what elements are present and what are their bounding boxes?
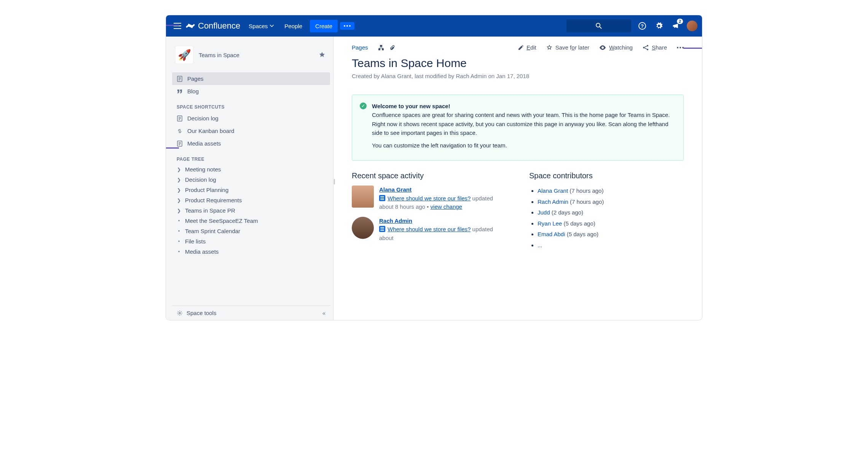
share-button[interactable]: Share [643, 44, 667, 51]
view-change-link[interactable]: view change [431, 203, 462, 210]
child-pages-button[interactable] [378, 45, 395, 51]
tree-item[interactable]: ❯Product Requirements [172, 195, 330, 205]
svg-point-13 [643, 47, 645, 48]
space-header: 🚀 Teams in Space [172, 43, 330, 67]
svg-rect-10 [380, 45, 382, 47]
sidebar-pages[interactable]: Pages [172, 72, 330, 85]
page-icon [379, 226, 385, 232]
app-switcher-button[interactable] [171, 20, 184, 32]
app-window: Confluence Spaces People Create ? 2 [166, 15, 702, 320]
tree-item[interactable]: •File lists [172, 236, 330, 246]
welcome-panel: ✓ Welcome to your new space!Confluence s… [352, 94, 684, 161]
eye-icon [599, 45, 606, 50]
shortcut-item[interactable]: Media assets [172, 137, 330, 150]
create-button[interactable]: Create [310, 20, 338, 32]
confluence-icon [186, 21, 195, 30]
page-byline: Created by Alana Grant, last modified by… [352, 73, 684, 79]
create-more-button[interactable] [340, 22, 354, 30]
svg-point-15 [647, 49, 648, 50]
global-header: Confluence Spaces People Create ? 2 [166, 15, 702, 37]
contributor-link[interactable]: Ryan Lee [538, 220, 562, 227]
search-input[interactable] [566, 19, 631, 32]
svg-point-1 [346, 25, 348, 27]
gear-icon [655, 22, 663, 30]
tree-item[interactable]: •Meet the SeeSpaceEZ Team [172, 216, 330, 226]
space-logo[interactable]: 🚀 [175, 46, 193, 64]
svg-point-9 [179, 312, 180, 314]
page-icon [379, 195, 385, 201]
activity-item: Rach Admin Where should we store our fil… [352, 217, 506, 243]
save-for-later-button[interactable]: Save for later [546, 44, 589, 51]
tree-item[interactable]: ❯Product Planning [172, 185, 330, 195]
notification-badge: 2 [677, 19, 683, 24]
svg-point-16 [677, 47, 678, 48]
tree-item[interactable]: ❯Teams in Space PR [172, 205, 330, 216]
page-title: Teams in Space Home [352, 57, 684, 70]
recent-activity-section: Recent space activity Alana Grant Where … [352, 171, 506, 251]
activity-page-link[interactable]: Where should we store our files? [388, 226, 471, 232]
shortcut-item[interactable]: Decision log [172, 112, 330, 125]
contributor-item: Rach Admin (7 hours ago) [538, 197, 684, 208]
tree-item[interactable]: ❯Meeting notes [172, 164, 330, 174]
confluence-logo[interactable]: Confluence [186, 21, 240, 31]
nav-people[interactable]: People [279, 20, 308, 32]
attachment-icon [389, 45, 395, 51]
breadcrumb-pages[interactable]: Pages [352, 44, 368, 51]
contributor-link[interactable]: Judd [538, 209, 550, 216]
nav-spaces[interactable]: Spaces [243, 20, 279, 32]
space-tools[interactable]: Space tools « [172, 306, 330, 320]
more-actions-button[interactable] [677, 47, 684, 48]
contributor-link[interactable]: Alana Grant [538, 187, 568, 194]
svg-point-3 [596, 23, 600, 27]
share-icon [643, 45, 649, 51]
svg-point-2 [349, 25, 351, 27]
activity-item: Alana Grant Where should we store our fi… [352, 186, 506, 211]
svg-point-14 [647, 45, 648, 46]
help-button[interactable]: ? [637, 20, 648, 32]
contributors-more[interactable]: ... [538, 242, 542, 248]
svg-point-0 [344, 25, 345, 27]
activity-page-link[interactable]: Where should we store our files? [388, 195, 471, 202]
shortcut-item[interactable]: Our Kanban board [172, 125, 330, 137]
svg-point-17 [680, 47, 681, 48]
contributor-item: Alana Grant (7 hours ago) [538, 186, 684, 197]
pencil-icon [518, 45, 523, 50]
tree-item[interactable]: •Team Sprint Calendar [172, 226, 330, 236]
watching-button[interactable]: Watching [599, 44, 633, 51]
svg-text:?: ? [641, 23, 644, 29]
contributors-heading: Space contributors [529, 171, 684, 180]
tree-item[interactable]: ❯Decision log [172, 174, 330, 185]
edit-button[interactable]: Edit [518, 44, 536, 51]
settings-button[interactable] [653, 20, 665, 32]
check-icon: ✓ [360, 102, 367, 109]
sidebar-resize-handle[interactable]: || [333, 178, 335, 184]
sidebar-blog[interactable]: Blog [172, 85, 330, 98]
user-avatar[interactable] [352, 186, 374, 208]
search-icon [596, 23, 602, 29]
contributor-link[interactable]: Rach Admin [538, 198, 568, 205]
user-avatar[interactable] [687, 21, 697, 31]
activity-heading: Recent space activity [352, 171, 506, 180]
page-icon [177, 76, 183, 82]
activity-user-link[interactable]: Alana Grant [379, 186, 412, 193]
tree-item[interactable]: •Media assets [172, 246, 330, 257]
ellipsis-icon [677, 47, 684, 48]
contributor-item: Emad Abdi (5 days ago) [538, 229, 684, 240]
space-name[interactable]: Teams in Space [199, 52, 312, 58]
header-right: ? 2 [566, 19, 697, 32]
page-toolbar: Pages Edit Save for later Watching [352, 44, 684, 51]
chevron-down-icon [270, 25, 274, 27]
contributor-item: Judd (2 days ago) [538, 207, 684, 218]
contributor-item: Ryan Lee (5 days ago) [538, 218, 684, 229]
favorite-space-button[interactable] [317, 50, 327, 60]
user-avatar[interactable] [352, 217, 374, 239]
collapse-sidebar-button[interactable]: « [322, 310, 326, 316]
body: 🚀 Teams in Space Pages Blog SPACE SHORTC… [166, 37, 702, 320]
contributor-link[interactable]: Emad Abdi [538, 231, 565, 237]
notifications-button[interactable]: 2 [670, 20, 681, 32]
product-name: Confluence [198, 21, 240, 31]
activity-user-link[interactable]: Rach Admin [379, 218, 412, 224]
star-outline-icon [546, 45, 552, 51]
hierarchy-icon [378, 45, 384, 51]
star-icon [319, 51, 326, 58]
